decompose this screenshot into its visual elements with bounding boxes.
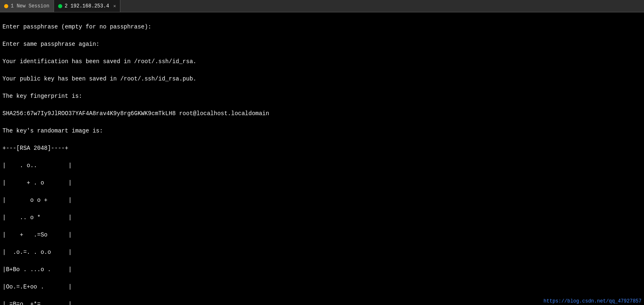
terminal-line: | .. o * |	[2, 213, 642, 222]
terminal-line: |B+Bo . ...o . |	[2, 265, 642, 274]
terminal-line: The key fingerprint is:	[2, 92, 642, 101]
tab-dot-2	[58, 4, 62, 8]
terminal-line: Your identification has been saved in /r…	[2, 57, 642, 66]
tab-dot-1	[4, 4, 8, 8]
tab-label-2: 2 192.168.253.4	[65, 3, 109, 9]
terminal-line: | .o.=. . o.o |	[2, 248, 642, 257]
tab-new-session[interactable]: 1 New Session	[0, 0, 54, 12]
terminal-line: | o o + |	[2, 196, 642, 205]
terminal-line: Enter same passphrase again:	[2, 40, 642, 49]
tab-ssh-session[interactable]: 2 192.168.253.4 ✕	[54, 0, 121, 12]
tab-close-button[interactable]: ✕	[113, 3, 116, 9]
terminal-line: Enter passphrase (empty for no passphras…	[2, 23, 642, 31]
terminal-line: | . o.. |	[2, 161, 642, 170]
url-bar: https://blog.csdn.net/qq_47927857	[541, 298, 644, 305]
terminal-line: | + . o |	[2, 179, 642, 187]
terminal-line: +---[RSA 2048]----+	[2, 144, 642, 153]
tab-label-1: 1 New Session	[11, 3, 49, 9]
terminal-output: Enter passphrase (empty for no passphras…	[0, 12, 644, 305]
terminal-line: SHA256:67w7Iy9JlROO37YAF4A8rav4K9y8rg6GK…	[2, 109, 642, 118]
terminal-line: Your public key has been saved in /root/…	[2, 75, 642, 83]
terminal-line: |Oo.=.E+oo . |	[2, 283, 642, 291]
terminal-line: The key's randomart image is:	[2, 127, 642, 135]
terminal-line: | + .=So |	[2, 231, 642, 239]
tab-bar: 1 New Session 2 192.168.253.4 ✕	[0, 0, 644, 12]
